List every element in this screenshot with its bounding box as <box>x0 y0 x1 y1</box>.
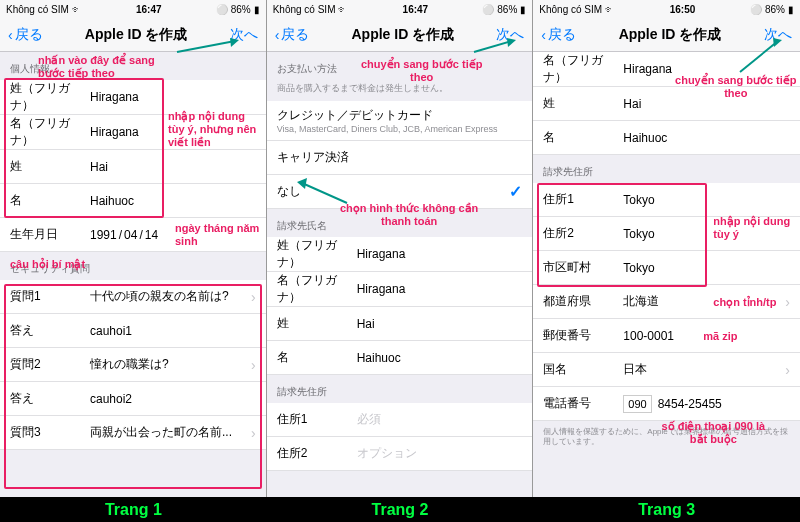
content-area: 名（フリガナ）Hiragana 姓Hai 名Haihuoc 請求先住所 住所1T… <box>533 52 800 497</box>
bluetooth-icon: ⚪ <box>216 4 228 15</box>
carrier-text: Không có SIM <box>6 4 69 15</box>
section-billing-addr: 請求先住所 <box>267 375 533 403</box>
battery-icon: ▮ <box>788 4 794 15</box>
status-bar: Không có SIMᯤ 16:50 ⚪86%▮ <box>533 0 800 18</box>
back-button[interactable]: ‹戻る <box>541 26 576 44</box>
row-prefecture[interactable]: 都道府県北海道› <box>533 285 800 319</box>
content-area: 個人情報 姓（フリガナ）Hiragana 名（フリガナ）Hiragana 姓Ha… <box>0 52 266 497</box>
chevron-right-icon: › <box>251 357 256 373</box>
row-sei-furigana[interactable]: 姓（フリガナ）Hiragana <box>0 80 266 115</box>
page-labels: Trang 1 Trang 2 Trang 3 <box>0 497 800 522</box>
row-addr2[interactable]: 住所2オプション <box>267 437 533 471</box>
status-time: 16:47 <box>403 4 429 15</box>
chevron-left-icon: ‹ <box>275 27 280 43</box>
status-bar: Không có SIMᯤ 16:47 ⚪86%▮ <box>267 0 533 18</box>
row-mei-furigana[interactable]: 名（フリガナ）Hiragana <box>0 115 266 150</box>
row-a2[interactable]: 答えcauhoi2 <box>0 382 266 416</box>
section-billing-addr: 請求先住所 <box>533 155 800 183</box>
back-button[interactable]: ‹戻る <box>8 26 43 44</box>
section-personal-info: 個人情報 <box>0 52 266 80</box>
label-page3: Trang 3 <box>533 497 800 522</box>
row-sei-furigana[interactable]: 姓（フリガナ）Hiragana <box>267 237 533 272</box>
wifi-icon: ᯤ <box>72 4 82 15</box>
battery-pct: 86% <box>497 4 517 15</box>
section-billing-name: 請求先氏名 <box>267 209 533 237</box>
section-payment-sub: 商品を購入するまで料金は発生しません。 <box>267 80 533 101</box>
next-button[interactable]: 次へ <box>764 26 792 44</box>
row-mei-furigana[interactable]: 名（フリガナ）Hiragana <box>533 52 800 87</box>
bluetooth-icon: ⚪ <box>750 4 762 15</box>
row-addr1[interactable]: 住所1必須 <box>267 403 533 437</box>
back-button[interactable]: ‹戻る <box>275 26 310 44</box>
content-area: お支払い方法 商品を購入するまで料金は発生しません。 クレジット／デビットカード… <box>267 52 533 497</box>
phone-3: Không có SIMᯤ 16:50 ⚪86%▮ ‹戻る Apple ID を… <box>533 0 800 497</box>
row-credit-card[interactable]: クレジット／デビットカードVisa, MasterCard, Diners Cl… <box>267 101 533 141</box>
row-mei[interactable]: 名Haihuoc <box>0 184 266 218</box>
nav-bar: ‹戻る Apple ID を作成 次へ <box>0 18 266 52</box>
nav-title: Apple ID を作成 <box>85 26 188 44</box>
wifi-icon: ᯤ <box>605 4 615 15</box>
row-sei[interactable]: 姓Hai <box>0 150 266 184</box>
phone-1: Không có SIMᯤ 16:47 ⚪86%▮ ‹戻る Apple ID を… <box>0 0 267 497</box>
battery-pct: 86% <box>765 4 785 15</box>
row-sei[interactable]: 姓Hai <box>533 87 800 121</box>
battery-pct: 86% <box>231 4 251 15</box>
label-page1: Trang 1 <box>0 497 267 522</box>
chevron-left-icon: ‹ <box>541 27 546 43</box>
row-none[interactable]: なし✓ <box>267 175 533 209</box>
row-carrier-billing[interactable]: キャリア決済 <box>267 141 533 175</box>
section-security-q: セキュリティ質問 <box>0 252 266 280</box>
status-time: 16:50 <box>670 4 696 15</box>
status-bar: Không có SIMᯤ 16:47 ⚪86%▮ <box>0 0 266 18</box>
row-city[interactable]: 市区町村Tokyo <box>533 251 800 285</box>
battery-icon: ▮ <box>520 4 526 15</box>
nav-title: Apple ID を作成 <box>351 26 454 44</box>
row-mei-furigana[interactable]: 名（フリガナ）Hiragana <box>267 272 533 307</box>
bluetooth-icon: ⚪ <box>482 4 494 15</box>
battery-icon: ▮ <box>254 4 260 15</box>
row-dob[interactable]: 生年月日1991/04/14 <box>0 218 266 252</box>
status-time: 16:47 <box>136 4 162 15</box>
phone-2: Không có SIMᯤ 16:47 ⚪86%▮ ‹戻る Apple ID を… <box>267 0 534 497</box>
nav-bar: ‹戻る Apple ID を作成 次へ <box>533 18 800 52</box>
row-mei[interactable]: 名Haihuoc <box>267 341 533 375</box>
nav-bar: ‹戻る Apple ID を作成 次へ <box>267 18 533 52</box>
privacy-footer: 個人情報を保護するために、Appleでは業界標準の暗号通信方式を採用しています。 <box>533 421 800 454</box>
row-a1[interactable]: 答えcauhoi1 <box>0 314 266 348</box>
row-phone[interactable]: 電話番号0908454-25455 <box>533 387 800 421</box>
section-payment: お支払い方法 <box>267 52 533 80</box>
chevron-right-icon: › <box>251 425 256 441</box>
carrier-text: Không có SIM <box>539 4 602 15</box>
row-q3[interactable]: 質問3両親が出会った町の名前...› <box>0 416 266 450</box>
row-q2[interactable]: 質問2憧れの職業は?› <box>0 348 266 382</box>
row-sei[interactable]: 姓Hai <box>267 307 533 341</box>
next-button[interactable]: 次へ <box>496 26 524 44</box>
next-button[interactable]: 次へ <box>230 26 258 44</box>
chevron-right-icon: › <box>785 294 790 310</box>
row-q1[interactable]: 質問1十代の頃の親友の名前は?› <box>0 280 266 314</box>
row-country[interactable]: 国名日本› <box>533 353 800 387</box>
row-zip[interactable]: 郵便番号100-0001 <box>533 319 800 353</box>
row-addr2[interactable]: 住所2Tokyo <box>533 217 800 251</box>
chevron-right-icon: › <box>785 362 790 378</box>
check-icon: ✓ <box>509 182 522 201</box>
label-page2: Trang 2 <box>267 497 534 522</box>
row-addr1[interactable]: 住所1Tokyo <box>533 183 800 217</box>
wifi-icon: ᯤ <box>338 4 348 15</box>
chevron-right-icon: › <box>251 289 256 305</box>
carrier-text: Không có SIM <box>273 4 336 15</box>
row-mei[interactable]: 名Haihuoc <box>533 121 800 155</box>
nav-title: Apple ID を作成 <box>619 26 722 44</box>
chevron-left-icon: ‹ <box>8 27 13 43</box>
